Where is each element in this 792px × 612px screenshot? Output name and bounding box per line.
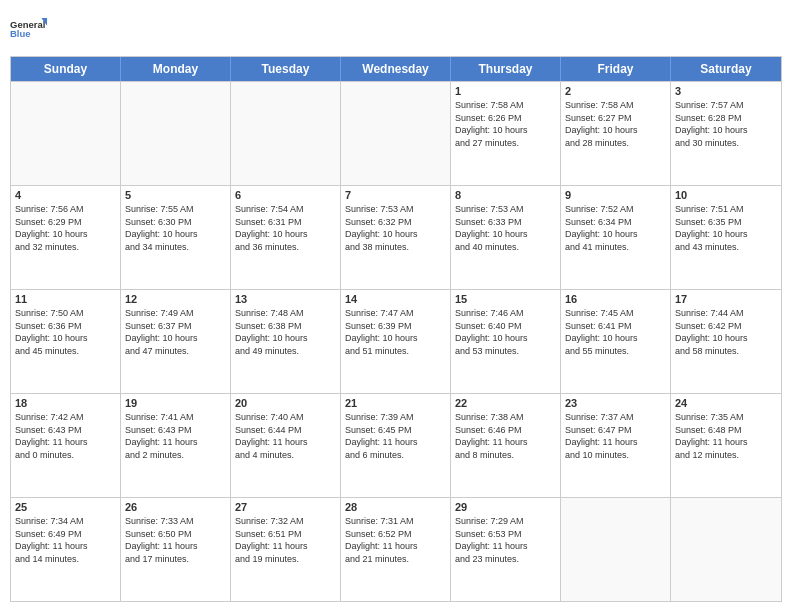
day-info: Sunrise: 7:58 AM Sunset: 6:27 PM Dayligh… bbox=[565, 99, 666, 149]
day-number: 18 bbox=[15, 397, 116, 409]
day-number: 3 bbox=[675, 85, 777, 97]
cal-cell-5-5: 29Sunrise: 7:29 AM Sunset: 6:53 PM Dayli… bbox=[451, 498, 561, 601]
cal-week-5: 25Sunrise: 7:34 AM Sunset: 6:49 PM Dayli… bbox=[11, 497, 781, 601]
cal-cell-5-6 bbox=[561, 498, 671, 601]
cal-week-4: 18Sunrise: 7:42 AM Sunset: 6:43 PM Dayli… bbox=[11, 393, 781, 497]
cal-header-cell-monday: Monday bbox=[121, 57, 231, 81]
day-number: 29 bbox=[455, 501, 556, 513]
header: General Blue bbox=[10, 10, 782, 48]
cal-cell-2-4: 7Sunrise: 7:53 AM Sunset: 6:32 PM Daylig… bbox=[341, 186, 451, 289]
cal-cell-1-2 bbox=[121, 82, 231, 185]
cal-week-3: 11Sunrise: 7:50 AM Sunset: 6:36 PM Dayli… bbox=[11, 289, 781, 393]
day-number: 7 bbox=[345, 189, 446, 201]
day-info: Sunrise: 7:33 AM Sunset: 6:50 PM Dayligh… bbox=[125, 515, 226, 565]
day-number: 12 bbox=[125, 293, 226, 305]
day-number: 1 bbox=[455, 85, 556, 97]
day-number: 22 bbox=[455, 397, 556, 409]
cal-header-cell-tuesday: Tuesday bbox=[231, 57, 341, 81]
day-info: Sunrise: 7:49 AM Sunset: 6:37 PM Dayligh… bbox=[125, 307, 226, 357]
day-info: Sunrise: 7:31 AM Sunset: 6:52 PM Dayligh… bbox=[345, 515, 446, 565]
cal-cell-1-5: 1Sunrise: 7:58 AM Sunset: 6:26 PM Daylig… bbox=[451, 82, 561, 185]
day-number: 26 bbox=[125, 501, 226, 513]
day-number: 2 bbox=[565, 85, 666, 97]
cal-cell-1-6: 2Sunrise: 7:58 AM Sunset: 6:27 PM Daylig… bbox=[561, 82, 671, 185]
day-info: Sunrise: 7:44 AM Sunset: 6:42 PM Dayligh… bbox=[675, 307, 777, 357]
cal-header-cell-friday: Friday bbox=[561, 57, 671, 81]
day-number: 15 bbox=[455, 293, 556, 305]
cal-cell-5-4: 28Sunrise: 7:31 AM Sunset: 6:52 PM Dayli… bbox=[341, 498, 451, 601]
cal-cell-4-1: 18Sunrise: 7:42 AM Sunset: 6:43 PM Dayli… bbox=[11, 394, 121, 497]
day-info: Sunrise: 7:48 AM Sunset: 6:38 PM Dayligh… bbox=[235, 307, 336, 357]
cal-cell-3-6: 16Sunrise: 7:45 AM Sunset: 6:41 PM Dayli… bbox=[561, 290, 671, 393]
day-number: 19 bbox=[125, 397, 226, 409]
cal-week-1: 1Sunrise: 7:58 AM Sunset: 6:26 PM Daylig… bbox=[11, 81, 781, 185]
cal-header-cell-sunday: Sunday bbox=[11, 57, 121, 81]
day-info: Sunrise: 7:46 AM Sunset: 6:40 PM Dayligh… bbox=[455, 307, 556, 357]
day-info: Sunrise: 7:34 AM Sunset: 6:49 PM Dayligh… bbox=[15, 515, 116, 565]
cal-cell-5-2: 26Sunrise: 7:33 AM Sunset: 6:50 PM Dayli… bbox=[121, 498, 231, 601]
day-number: 10 bbox=[675, 189, 777, 201]
day-info: Sunrise: 7:45 AM Sunset: 6:41 PM Dayligh… bbox=[565, 307, 666, 357]
day-info: Sunrise: 7:56 AM Sunset: 6:29 PM Dayligh… bbox=[15, 203, 116, 253]
day-info: Sunrise: 7:57 AM Sunset: 6:28 PM Dayligh… bbox=[675, 99, 777, 149]
day-info: Sunrise: 7:47 AM Sunset: 6:39 PM Dayligh… bbox=[345, 307, 446, 357]
cal-cell-2-1: 4Sunrise: 7:56 AM Sunset: 6:29 PM Daylig… bbox=[11, 186, 121, 289]
day-number: 17 bbox=[675, 293, 777, 305]
cal-cell-3-4: 14Sunrise: 7:47 AM Sunset: 6:39 PM Dayli… bbox=[341, 290, 451, 393]
day-info: Sunrise: 7:53 AM Sunset: 6:33 PM Dayligh… bbox=[455, 203, 556, 253]
cal-cell-3-7: 17Sunrise: 7:44 AM Sunset: 6:42 PM Dayli… bbox=[671, 290, 781, 393]
cal-cell-1-1 bbox=[11, 82, 121, 185]
day-info: Sunrise: 7:51 AM Sunset: 6:35 PM Dayligh… bbox=[675, 203, 777, 253]
cal-cell-3-1: 11Sunrise: 7:50 AM Sunset: 6:36 PM Dayli… bbox=[11, 290, 121, 393]
cal-cell-3-5: 15Sunrise: 7:46 AM Sunset: 6:40 PM Dayli… bbox=[451, 290, 561, 393]
day-info: Sunrise: 7:55 AM Sunset: 6:30 PM Dayligh… bbox=[125, 203, 226, 253]
cal-cell-4-3: 20Sunrise: 7:40 AM Sunset: 6:44 PM Dayli… bbox=[231, 394, 341, 497]
cal-cell-4-7: 24Sunrise: 7:35 AM Sunset: 6:48 PM Dayli… bbox=[671, 394, 781, 497]
cal-cell-3-2: 12Sunrise: 7:49 AM Sunset: 6:37 PM Dayli… bbox=[121, 290, 231, 393]
cal-cell-5-3: 27Sunrise: 7:32 AM Sunset: 6:51 PM Dayli… bbox=[231, 498, 341, 601]
cal-cell-3-3: 13Sunrise: 7:48 AM Sunset: 6:38 PM Dayli… bbox=[231, 290, 341, 393]
calendar: SundayMondayTuesdayWednesdayThursdayFrid… bbox=[10, 56, 782, 602]
day-number: 8 bbox=[455, 189, 556, 201]
day-number: 28 bbox=[345, 501, 446, 513]
day-number: 4 bbox=[15, 189, 116, 201]
svg-text:Blue: Blue bbox=[10, 28, 31, 39]
day-info: Sunrise: 7:40 AM Sunset: 6:44 PM Dayligh… bbox=[235, 411, 336, 461]
cal-cell-5-7 bbox=[671, 498, 781, 601]
day-info: Sunrise: 7:38 AM Sunset: 6:46 PM Dayligh… bbox=[455, 411, 556, 461]
cal-cell-2-7: 10Sunrise: 7:51 AM Sunset: 6:35 PM Dayli… bbox=[671, 186, 781, 289]
day-info: Sunrise: 7:53 AM Sunset: 6:32 PM Dayligh… bbox=[345, 203, 446, 253]
day-number: 20 bbox=[235, 397, 336, 409]
cal-cell-4-2: 19Sunrise: 7:41 AM Sunset: 6:43 PM Dayli… bbox=[121, 394, 231, 497]
calendar-header-row: SundayMondayTuesdayWednesdayThursdayFrid… bbox=[11, 57, 781, 81]
cal-cell-2-2: 5Sunrise: 7:55 AM Sunset: 6:30 PM Daylig… bbox=[121, 186, 231, 289]
cal-cell-2-6: 9Sunrise: 7:52 AM Sunset: 6:34 PM Daylig… bbox=[561, 186, 671, 289]
logo: General Blue bbox=[10, 10, 48, 48]
cal-cell-4-4: 21Sunrise: 7:39 AM Sunset: 6:45 PM Dayli… bbox=[341, 394, 451, 497]
day-number: 21 bbox=[345, 397, 446, 409]
day-info: Sunrise: 7:41 AM Sunset: 6:43 PM Dayligh… bbox=[125, 411, 226, 461]
cal-cell-4-6: 23Sunrise: 7:37 AM Sunset: 6:47 PM Dayli… bbox=[561, 394, 671, 497]
calendar-body: 1Sunrise: 7:58 AM Sunset: 6:26 PM Daylig… bbox=[11, 81, 781, 601]
day-info: Sunrise: 7:54 AM Sunset: 6:31 PM Dayligh… bbox=[235, 203, 336, 253]
cal-week-2: 4Sunrise: 7:56 AM Sunset: 6:29 PM Daylig… bbox=[11, 185, 781, 289]
logo-svg: General Blue bbox=[10, 10, 48, 48]
day-number: 23 bbox=[565, 397, 666, 409]
cal-cell-2-5: 8Sunrise: 7:53 AM Sunset: 6:33 PM Daylig… bbox=[451, 186, 561, 289]
cal-header-cell-wednesday: Wednesday bbox=[341, 57, 451, 81]
cal-cell-1-4 bbox=[341, 82, 451, 185]
cal-cell-2-3: 6Sunrise: 7:54 AM Sunset: 6:31 PM Daylig… bbox=[231, 186, 341, 289]
day-number: 16 bbox=[565, 293, 666, 305]
day-info: Sunrise: 7:35 AM Sunset: 6:48 PM Dayligh… bbox=[675, 411, 777, 461]
cal-header-cell-saturday: Saturday bbox=[671, 57, 781, 81]
cal-cell-5-1: 25Sunrise: 7:34 AM Sunset: 6:49 PM Dayli… bbox=[11, 498, 121, 601]
cal-cell-4-5: 22Sunrise: 7:38 AM Sunset: 6:46 PM Dayli… bbox=[451, 394, 561, 497]
page: General Blue SundayMondayTuesdayWednesda… bbox=[0, 0, 792, 612]
cal-cell-1-3 bbox=[231, 82, 341, 185]
day-number: 5 bbox=[125, 189, 226, 201]
cal-cell-1-7: 3Sunrise: 7:57 AM Sunset: 6:28 PM Daylig… bbox=[671, 82, 781, 185]
cal-header-cell-thursday: Thursday bbox=[451, 57, 561, 81]
day-info: Sunrise: 7:29 AM Sunset: 6:53 PM Dayligh… bbox=[455, 515, 556, 565]
day-info: Sunrise: 7:58 AM Sunset: 6:26 PM Dayligh… bbox=[455, 99, 556, 149]
day-info: Sunrise: 7:37 AM Sunset: 6:47 PM Dayligh… bbox=[565, 411, 666, 461]
